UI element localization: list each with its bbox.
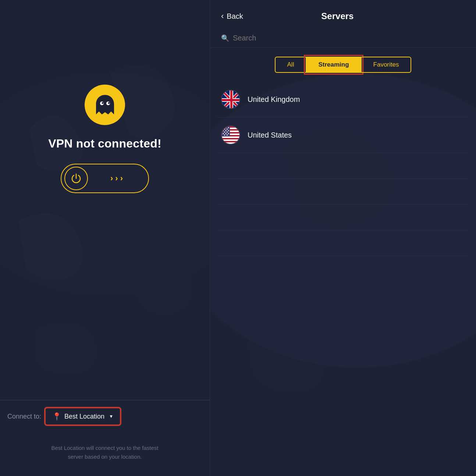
svg-point-44: [224, 135, 225, 136]
country-name-us: United States: [248, 131, 292, 139]
svg-rect-18: [222, 128, 240, 129]
svg-rect-29: [222, 144, 240, 145]
tab-all[interactable]: All: [275, 57, 306, 73]
svg-rect-27: [222, 141, 240, 142]
power-toggle[interactable]: › › ›: [61, 164, 149, 193]
svg-point-4: [108, 102, 110, 104]
search-icon: 🔍: [221, 34, 229, 42]
back-chevron-icon: ‹: [221, 11, 224, 21]
svg-point-32: [225, 127, 227, 128]
svg-rect-25: [222, 138, 240, 139]
tab-favorites[interactable]: Favorites: [362, 57, 412, 73]
server-item-us[interactable]: United States: [217, 117, 469, 153]
flag-us: [221, 125, 240, 145]
power-icon: [70, 173, 82, 184]
svg-point-42: [225, 133, 227, 134]
search-bar: 🔍: [210, 29, 476, 48]
svg-point-35: [227, 129, 228, 130]
svg-point-34: [224, 129, 225, 130]
svg-rect-28: [222, 142, 240, 144]
connect-label: Connect to:: [7, 413, 41, 420]
best-location-button[interactable]: 📍 Best Location ▼: [45, 408, 121, 425]
dropdown-arrow-icon: ▼: [109, 414, 113, 419]
server-list: United Kingdom: [210, 82, 476, 256]
back-button[interactable]: ‹ Back: [221, 11, 243, 21]
svg-rect-24: [222, 136, 240, 138]
filter-tabs: All Streaming Favorites: [210, 48, 476, 82]
page-title: Servers: [243, 11, 432, 21]
svg-point-37: [225, 130, 227, 131]
svg-point-41: [223, 133, 224, 134]
svg-point-45: [227, 135, 228, 136]
arrows-indicator: › › ›: [88, 174, 145, 183]
svg-point-38: [228, 130, 229, 131]
svg-point-39: [224, 132, 225, 133]
empty-row-3: [217, 205, 469, 230]
search-input[interactable]: [233, 34, 465, 42]
best-location-text: Best Location: [64, 413, 104, 420]
left-panel: VPN not connected! › › › Connect to: 📍: [0, 0, 210, 476]
svg-point-33: [228, 127, 229, 128]
tab-streaming[interactable]: Streaming: [306, 57, 361, 73]
location-icon: 📍: [52, 412, 61, 421]
power-button[interactable]: [64, 167, 88, 190]
left-content: VPN not connected! › › › Connect to: 📍: [0, 0, 210, 476]
svg-point-3: [102, 102, 103, 104]
connect-row: Connect to: 📍 Best Location ▼: [0, 408, 210, 425]
divider: [0, 400, 210, 400]
vpn-status-text: VPN not connected!: [48, 137, 161, 150]
svg-point-36: [223, 130, 224, 131]
svg-point-31: [223, 127, 224, 128]
app-logo: [85, 85, 125, 125]
bottom-section: Connect to: 📍 Best Location ▼ Best Locat…: [0, 400, 210, 476]
flag-uk: [221, 90, 240, 109]
empty-row-2: [217, 179, 469, 205]
svg-rect-17: [222, 126, 240, 128]
svg-rect-26: [222, 139, 240, 141]
svg-point-43: [228, 133, 229, 134]
empty-row-4: [217, 230, 469, 256]
right-content: ‹ Back Servers 🔍 All Streaming Favorites: [210, 0, 476, 476]
server-item-uk[interactable]: United Kingdom: [217, 82, 469, 117]
svg-point-40: [227, 132, 228, 133]
country-name-uk: United Kingdom: [248, 95, 300, 104]
bottom-description: Best Location will connect you to the fa…: [37, 444, 173, 461]
right-header: ‹ Back Servers: [210, 0, 476, 29]
ghost-icon: [93, 93, 117, 117]
right-panel: ‹ Back Servers 🔍 All Streaming Favorites: [210, 0, 476, 476]
back-label: Back: [227, 12, 243, 21]
empty-row-1: [217, 153, 469, 179]
